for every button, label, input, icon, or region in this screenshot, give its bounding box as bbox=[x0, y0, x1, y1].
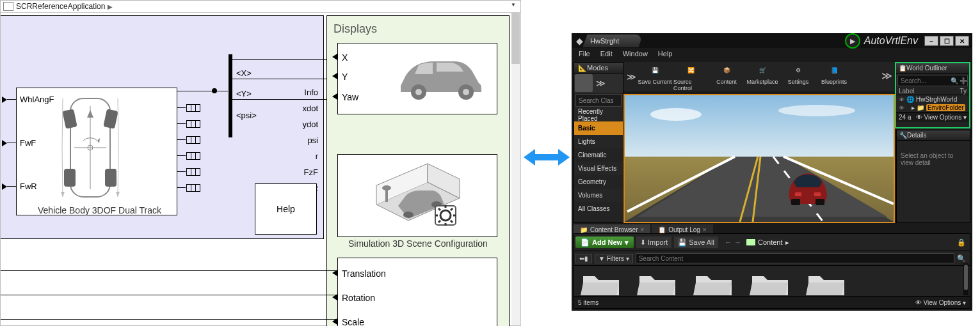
inport-arrow-icon bbox=[332, 54, 337, 60]
outliner-row[interactable]: 👁 🌐 HwStrghWorld bbox=[896, 95, 969, 104]
lock-icon[interactable]: 🔒 bbox=[957, 238, 966, 247]
level-tab[interactable]: HwStrght bbox=[582, 35, 643, 47]
maximize-button[interactable]: ☐ bbox=[940, 36, 954, 46]
category-lights[interactable]: Lights bbox=[574, 135, 623, 148]
path-bar[interactable]: Content ▸ bbox=[746, 238, 789, 247]
breadcrumb-text: SCRReferenceApplication bbox=[16, 2, 105, 11]
toolbar-overflow-right-icon[interactable]: ≫ bbox=[881, 70, 892, 82]
save-all-button[interactable]: 💾 Save All bbox=[674, 237, 718, 248]
terminator-block[interactable] bbox=[186, 136, 200, 144]
signal-line bbox=[177, 155, 186, 156]
tab-close-icon[interactable]: × bbox=[640, 226, 644, 233]
scrollbar-thumb[interactable] bbox=[964, 265, 968, 290]
world-outliner-header[interactable]: 📋 World Outliner bbox=[896, 63, 969, 74]
close-button[interactable]: ✕ bbox=[955, 36, 969, 46]
scene-config-block[interactable] bbox=[337, 154, 497, 237]
outliner-row[interactable]: 👁 ▸ 📁 EnviroFolder bbox=[896, 104, 969, 112]
visibility-icon[interactable]: 👁 bbox=[899, 97, 904, 103]
place-mode-icon[interactable] bbox=[575, 74, 593, 92]
minimize-button[interactable]: – bbox=[924, 36, 938, 46]
toolbar-content[interactable]: 📦Content bbox=[709, 62, 744, 91]
vehicle-body-block[interactable] bbox=[16, 88, 177, 215]
category-all-classes[interactable]: All Classes bbox=[574, 202, 623, 215]
asset-folder[interactable] bbox=[581, 270, 622, 298]
port-label: r bbox=[316, 151, 318, 161]
toolbar-marketplace[interactable]: 🛒Marketplace bbox=[745, 62, 780, 91]
signal-line bbox=[232, 99, 336, 100]
import-button[interactable]: ⬇ Import bbox=[636, 237, 671, 248]
xy-yaw-display-block[interactable]: X Y Yaw bbox=[337, 43, 497, 114]
vertical-scrollbar[interactable] bbox=[511, 13, 520, 325]
mode-overflow-icon[interactable]: ≫ bbox=[593, 78, 607, 88]
outliner-search-input[interactable]: Search... 🔍 ➕ bbox=[897, 75, 968, 86]
nav-back-icon[interactable]: ← bbox=[725, 238, 732, 246]
breadcrumb-dropdown-icon[interactable]: ▼ bbox=[509, 2, 518, 10]
category-cinematic[interactable]: Cinematic bbox=[574, 148, 623, 162]
menu-edit[interactable]: Edit bbox=[600, 50, 613, 58]
category-recently-placed[interactable]: Recently Placed bbox=[574, 108, 623, 121]
svg-line-24 bbox=[451, 208, 453, 210]
add-filter-icon[interactable]: ➕ bbox=[960, 77, 967, 84]
visibility-icon[interactable]: 👁 bbox=[899, 105, 904, 111]
signal-line bbox=[7, 143, 16, 143]
svg-rect-29 bbox=[815, 199, 824, 205]
terminator-block[interactable] bbox=[186, 120, 200, 128]
sources-toggle-icon[interactable]: ⬅▮ bbox=[575, 254, 592, 263]
source-control-status-icon[interactable]: ▶ bbox=[845, 33, 860, 49]
modes-search-input[interactable]: Search Clas bbox=[575, 94, 622, 107]
terminator-block[interactable] bbox=[186, 152, 200, 160]
toolbar-settings[interactable]: ⚙Settings bbox=[781, 62, 815, 91]
displays-area[interactable]: Displays X Y Yaw bbox=[326, 15, 510, 326]
expand-icon[interactable]: ▸ bbox=[912, 104, 915, 111]
asset-folder[interactable] bbox=[637, 270, 678, 298]
terminator-block[interactable] bbox=[186, 184, 200, 192]
content-browser-footer: 5 items 👁 View Options ▾ bbox=[574, 296, 970, 308]
vehicle-dynamics-subsystem[interactable]: WhlAngF FwF FwR Info xdot ydot psi r FzF… bbox=[1, 15, 324, 239]
outliner-search-placeholder: Search... bbox=[901, 77, 926, 84]
cb-view-options[interactable]: 👁 View Options ▾ bbox=[915, 299, 966, 306]
port-label: FwF bbox=[20, 138, 36, 148]
content-search-input[interactable]: Search Content bbox=[636, 253, 954, 263]
toolbar-source-control[interactable]: 🔀Source Control bbox=[673, 62, 708, 91]
asset-scrollbar[interactable] bbox=[963, 263, 968, 295]
terminator-block[interactable] bbox=[186, 168, 200, 176]
details-header[interactable]: 🔧 Details bbox=[897, 130, 970, 141]
category-volumes[interactable]: Volumes bbox=[574, 189, 623, 202]
toolbar-overflow-left-icon[interactable]: ≫ bbox=[626, 72, 636, 82]
toolbar-icon: ⚙ bbox=[789, 62, 807, 79]
outliner-col-type[interactable]: Ty bbox=[960, 88, 967, 95]
nav-fwd-icon[interactable]: → bbox=[734, 238, 741, 246]
menu-help[interactable]: Help bbox=[658, 50, 673, 58]
category-basic[interactable]: Basic bbox=[574, 121, 623, 135]
simulink-canvas[interactable]: WhlAngF FwF FwR Info xdot ydot psi r FzF… bbox=[1, 13, 520, 325]
outliner-view-options[interactable]: 👁 View Options ▾ bbox=[916, 114, 967, 121]
signal-line bbox=[177, 91, 228, 91]
level-viewport[interactable] bbox=[623, 94, 895, 223]
main-toolbar: ≫ 💾Save Current🔀Source Control📦Content🛒M… bbox=[623, 62, 895, 91]
asset-folder[interactable] bbox=[750, 270, 791, 298]
transform-block[interactable]: Translation Rotation Scale bbox=[337, 258, 497, 326]
terminator-block[interactable] bbox=[186, 104, 200, 112]
title-bar[interactable]: ◆ HwStrght ▶ AutoVrtlEnv – ☐ ✕ bbox=[572, 34, 972, 48]
asset-folder[interactable] bbox=[806, 270, 847, 298]
category-visual-effects[interactable]: Visual Effects bbox=[574, 162, 623, 175]
asset-folder[interactable] bbox=[693, 270, 734, 298]
toolbar-blueprints[interactable]: 📘Blueprints bbox=[817, 62, 851, 91]
help-block[interactable]: Help bbox=[255, 183, 317, 235]
menu-file[interactable]: File bbox=[579, 50, 590, 58]
menu-window[interactable]: Window bbox=[623, 50, 648, 58]
svg-point-14 bbox=[403, 212, 414, 218]
scrollbar-thumb[interactable] bbox=[511, 13, 520, 64]
add-new-button[interactable]: 📄 Add New ▾ bbox=[575, 237, 634, 248]
modes-panel-header[interactable]: 📐 Modes bbox=[574, 63, 623, 74]
inport-arrow-icon bbox=[332, 73, 337, 79]
category-geometry[interactable]: Geometry bbox=[574, 175, 623, 189]
bus-selector-block[interactable] bbox=[229, 54, 232, 137]
outliner-col-label[interactable]: Label bbox=[899, 88, 960, 95]
filters-button[interactable]: ▼ Filters ▾ bbox=[595, 254, 633, 263]
details-panel: 🔧 Details Select an object to view detai… bbox=[896, 130, 970, 223]
breadcrumb[interactable]: SCRReferenceApplication ▶ ▼ bbox=[1, 1, 520, 13]
tab-close-icon[interactable]: × bbox=[703, 226, 707, 233]
toolbar-save-current[interactable]: 💾Save Current bbox=[638, 62, 672, 91]
display-port-label: X bbox=[342, 52, 348, 63]
